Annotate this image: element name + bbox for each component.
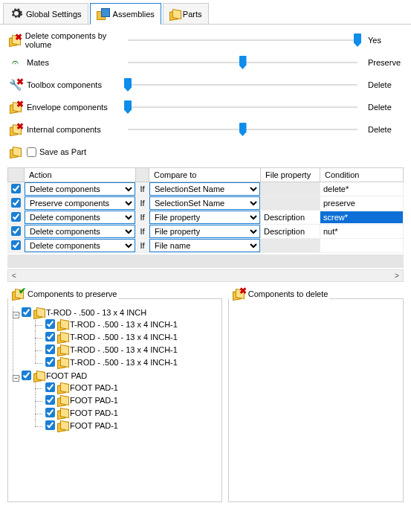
- part-icon: [57, 383, 68, 392]
- fileprop-value[interactable]: Description: [261, 225, 320, 237]
- preserve-icon: ✔: [10, 287, 25, 301]
- options-area: ✖ Delete components by volume Yes 𝄐 Mate…: [0, 25, 411, 167]
- slider-envelope[interactable]: [128, 99, 357, 115]
- fileprop-value[interactable]: Description: [261, 211, 320, 223]
- expander-icon[interactable]: −: [13, 312, 19, 318]
- tree-checkbox[interactable]: [45, 319, 55, 329]
- expander-icon[interactable]: −: [13, 375, 19, 382]
- col-action[interactable]: Action: [25, 168, 136, 182]
- tree-item[interactable]: FOOT PAD-1: [35, 420, 219, 432]
- slider-mates[interactable]: [128, 54, 357, 71]
- tab-label: Parts: [183, 10, 202, 19]
- rule-enable-checkbox[interactable]: [11, 212, 21, 222]
- tab-global-settings[interactable]: Global Settings: [3, 3, 88, 25]
- tree-checkbox[interactable]: [45, 420, 55, 430]
- tree-label: T-ROD - .500 - 13 x 4 INCH: [46, 308, 146, 317]
- part-icon: [33, 371, 44, 380]
- if-label: If: [136, 239, 149, 253]
- condition-value[interactable]: nut*: [320, 225, 403, 237]
- slider-toolbox[interactable]: [128, 77, 357, 93]
- compare-select[interactable]: File property: [149, 225, 260, 238]
- tree-item[interactable]: FOOT PAD-1: [35, 382, 219, 394]
- preserve-tree[interactable]: − T-ROD - .500 - 13 x 4 INCH T-ROD - .50…: [8, 304, 221, 501]
- tree-checkbox[interactable]: [45, 395, 55, 405]
- rules-table: Action Compare to File property Conditio…: [7, 167, 404, 253]
- action-select[interactable]: Delete components: [25, 239, 135, 252]
- tree-label: T-ROD - .500 - 13 x 4 INCH-1: [70, 320, 178, 329]
- tree-item[interactable]: T-ROD - .500 - 13 x 4 INCH-1: [35, 331, 219, 344]
- option-label: Envelope components: [27, 103, 108, 112]
- part-icon: [57, 358, 68, 367]
- rule-enable-checkbox[interactable]: [11, 184, 21, 193]
- rule-enable-checkbox[interactable]: [11, 198, 21, 208]
- col-condition[interactable]: Condition: [320, 168, 404, 182]
- condition-value[interactable]: [320, 244, 403, 247]
- option-label: Delete components by volume: [25, 31, 123, 49]
- condition-value[interactable]: preserve: [320, 197, 403, 209]
- rule-enable-checkbox[interactable]: [11, 226, 21, 236]
- condition-value[interactable]: delete*: [320, 183, 403, 195]
- table-row[interactable]: Delete components If File name: [8, 239, 404, 253]
- fileprop-value[interactable]: [261, 244, 320, 247]
- part-icon: [57, 333, 68, 342]
- gear-icon: [10, 7, 23, 22]
- compare-select[interactable]: SelectionSet Name: [149, 196, 260, 210]
- option-label: Toolbox components: [27, 80, 102, 89]
- tab-parts[interactable]: Parts: [163, 3, 209, 25]
- tab-assemblies[interactable]: Assemblies: [90, 3, 161, 25]
- tree-label: FOOT PAD-1: [70, 396, 118, 405]
- tree-item[interactable]: T-ROD - .500 - 13 x 4 INCH-1: [35, 318, 219, 331]
- part-icon: [169, 10, 180, 19]
- horizontal-scrollbar[interactable]: < >: [7, 269, 404, 282]
- slider-internal[interactable]: [128, 121, 357, 138]
- tree-checkbox[interactable]: [22, 307, 31, 317]
- tree-checkbox[interactable]: [22, 371, 31, 380]
- tree-item[interactable]: FOOT PAD-1: [35, 407, 219, 420]
- tree-label: FOOT PAD: [46, 371, 87, 380]
- if-label: If: [136, 182, 149, 196]
- fileprop-value[interactable]: [261, 202, 320, 205]
- panel-title: Components to preserve: [27, 289, 117, 298]
- col-compare[interactable]: Compare to: [149, 168, 261, 182]
- delete-tree[interactable]: [229, 304, 403, 501]
- tree-checkbox[interactable]: [45, 382, 55, 392]
- condition-value[interactable]: screw*: [320, 211, 403, 223]
- scroll-right-icon[interactable]: >: [391, 270, 403, 281]
- tree-item[interactable]: − FOOT PAD FOOT PAD-1 FOOT PAD-1 FOOT PA…: [13, 370, 219, 433]
- action-select[interactable]: Delete components: [25, 182, 135, 196]
- tree-checkbox[interactable]: [45, 332, 55, 342]
- col-fileprop[interactable]: File property: [261, 168, 320, 182]
- tree-item[interactable]: T-ROD - .500 - 13 x 4 INCH-1: [35, 356, 219, 369]
- panel-title: Components to delete: [248, 289, 329, 298]
- internal-icon: ✖: [7, 123, 22, 136]
- tree-checkbox[interactable]: [45, 344, 55, 354]
- action-select[interactable]: Delete components: [25, 225, 135, 238]
- scroll-left-icon[interactable]: <: [8, 270, 20, 281]
- rule-enable-checkbox[interactable]: [11, 240, 21, 250]
- if-label: If: [136, 211, 149, 225]
- tree-item[interactable]: − T-ROD - .500 - 13 x 4 INCH T-ROD - .50…: [13, 307, 219, 370]
- slider-delete-by-volume[interactable]: [128, 32, 357, 48]
- compare-select[interactable]: File name: [149, 239, 260, 252]
- fileprop-value[interactable]: [261, 188, 320, 190]
- table-row[interactable]: Delete components If File property Descr…: [8, 211, 404, 225]
- save-as-part-checkbox[interactable]: [27, 147, 36, 157]
- assembly-icon: [97, 8, 110, 20]
- slider-value: Yes: [362, 36, 404, 45]
- tree-checkbox[interactable]: [45, 408, 55, 417]
- toolbox-icon: 🔧✖: [7, 78, 22, 92]
- option-label: Save as Part: [39, 147, 86, 156]
- envelope-icon: ✖: [7, 100, 22, 114]
- part-icon: [57, 396, 68, 405]
- compare-select[interactable]: File property: [149, 211, 260, 224]
- tree-checkbox[interactable]: [45, 357, 55, 367]
- rules-table-area: Action Compare to File property Conditio…: [0, 167, 411, 282]
- action-select[interactable]: Delete components: [25, 211, 135, 224]
- tree-item[interactable]: FOOT PAD-1: [35, 394, 219, 407]
- action-select[interactable]: Preserve components: [25, 196, 135, 210]
- table-row[interactable]: Preserve components If SelectionSet Name…: [8, 196, 404, 211]
- table-row[interactable]: Delete components If File property Descr…: [8, 225, 404, 239]
- tree-item[interactable]: T-ROD - .500 - 13 x 4 INCH-1: [35, 344, 219, 356]
- compare-select[interactable]: SelectionSet Name: [149, 182, 260, 196]
- table-row[interactable]: Delete components If SelectionSet Name d…: [8, 182, 404, 196]
